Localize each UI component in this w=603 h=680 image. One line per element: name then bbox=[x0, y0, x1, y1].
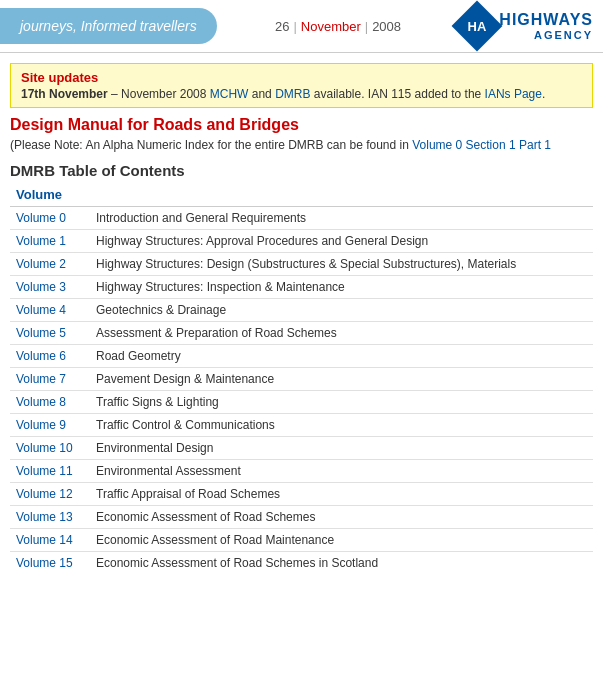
table-row: Volume 15Economic Assessment of Road Sch… bbox=[10, 552, 593, 575]
subtitle-text: (Please Note: An Alpha Numeric Index for… bbox=[10, 138, 412, 152]
table-header-row: Volume bbox=[10, 183, 593, 207]
page-subtitle: (Please Note: An Alpha Numeric Index for… bbox=[10, 138, 593, 152]
volume-cell[interactable]: Volume 1 bbox=[10, 230, 90, 253]
volume-cell[interactable]: Volume 15 bbox=[10, 552, 90, 575]
volume-cell[interactable]: Volume 14 bbox=[10, 529, 90, 552]
tagline-text: journeys, Informed travellers bbox=[20, 18, 197, 34]
header: journeys, Informed travellers 26|Novembe… bbox=[0, 0, 603, 53]
logo-title: HIGHWAYS bbox=[499, 11, 593, 29]
volume-cell[interactable]: Volume 9 bbox=[10, 414, 90, 437]
column-header-volume: Volume bbox=[10, 183, 90, 207]
table-row: Volume 12Traffic Appraisal of Road Schem… bbox=[10, 483, 593, 506]
volume-cell[interactable]: Volume 3 bbox=[10, 276, 90, 299]
volume-cell[interactable]: Volume 2 bbox=[10, 253, 90, 276]
table-row: Volume 5Assessment & Preparation of Road… bbox=[10, 322, 593, 345]
description-cell: Traffic Control & Communications bbox=[90, 414, 593, 437]
update-text2: and bbox=[248, 87, 275, 101]
site-updates-banner: Site updates 17th November – November 20… bbox=[10, 63, 593, 108]
update-text1: – November 2008 bbox=[108, 87, 210, 101]
date-day: 26 bbox=[275, 19, 289, 34]
volume-cell[interactable]: Volume 11 bbox=[10, 460, 90, 483]
description-cell: Road Geometry bbox=[90, 345, 593, 368]
description-cell: Traffic Signs & Lighting bbox=[90, 391, 593, 414]
table-row: Volume 7Pavement Design & Maintenance bbox=[10, 368, 593, 391]
volume-cell[interactable]: Volume 4 bbox=[10, 299, 90, 322]
table-row: Volume 10Environmental Design bbox=[10, 437, 593, 460]
table-row: Volume 1Highway Structures: Approval Pro… bbox=[10, 230, 593, 253]
logo-text: HIGHWAYS AGENCY bbox=[499, 11, 593, 41]
description-cell: Environmental Assessment bbox=[90, 460, 593, 483]
description-cell: Introduction and General Requirements bbox=[90, 207, 593, 230]
description-cell: Pavement Design & Maintenance bbox=[90, 368, 593, 391]
table-row: Volume 9Traffic Control & Communications bbox=[10, 414, 593, 437]
logo-wrapper: HA HIGHWAYS AGENCY bbox=[459, 8, 593, 44]
description-cell: Assessment & Preparation of Road Schemes bbox=[90, 322, 593, 345]
description-cell: Economic Assessment of Road Schemes in S… bbox=[90, 552, 593, 575]
subtitle-link[interactable]: Volume 0 Section 1 Part 1 bbox=[412, 138, 551, 152]
update-text4: . bbox=[542, 87, 545, 101]
date-year: 2008 bbox=[372, 19, 401, 34]
volume-cell[interactable]: Volume 10 bbox=[10, 437, 90, 460]
column-header-desc bbox=[90, 183, 593, 207]
dmrb-toc-title: DMRB Table of Contents bbox=[10, 162, 593, 179]
ians-link[interactable]: IANs Page bbox=[485, 87, 542, 101]
description-cell: Geotechnics & Drainage bbox=[90, 299, 593, 322]
logo-sub: AGENCY bbox=[499, 29, 593, 41]
mchw-link[interactable]: MCHW bbox=[210, 87, 249, 101]
main-content: Design Manual for Roads and Bridges (Ple… bbox=[0, 116, 603, 574]
description-cell: Highway Structures: Design (Substructure… bbox=[90, 253, 593, 276]
site-updates-text: 17th November – November 2008 MCHW and D… bbox=[21, 87, 582, 101]
update-text3: available. IAN 115 added to the bbox=[310, 87, 484, 101]
volume-cell[interactable]: Volume 13 bbox=[10, 506, 90, 529]
description-cell: Economic Assessment of Road Schemes bbox=[90, 506, 593, 529]
volume-cell[interactable]: Volume 12 bbox=[10, 483, 90, 506]
description-cell: Highway Structures: Approval Procedures … bbox=[90, 230, 593, 253]
table-row: Volume 11Environmental Assessment bbox=[10, 460, 593, 483]
description-cell: Traffic Appraisal of Road Schemes bbox=[90, 483, 593, 506]
logo-diamond-icon: HA bbox=[452, 1, 503, 52]
header-date: 26|November|2008 bbox=[275, 19, 401, 34]
volume-cell[interactable]: Volume 5 bbox=[10, 322, 90, 345]
site-updates-title: Site updates bbox=[21, 70, 582, 85]
page-title: Design Manual for Roads and Bridges bbox=[10, 116, 593, 134]
dmrb-link[interactable]: DMRB bbox=[275, 87, 310, 101]
description-cell: Economic Assessment of Road Maintenance bbox=[90, 529, 593, 552]
table-row: Volume 2Highway Structures: Design (Subs… bbox=[10, 253, 593, 276]
volume-cell[interactable]: Volume 7 bbox=[10, 368, 90, 391]
volume-cell[interactable]: Volume 8 bbox=[10, 391, 90, 414]
date-month: November bbox=[301, 19, 361, 34]
dmrb-table: Volume Volume 0Introduction and General … bbox=[10, 183, 593, 574]
update-date: 17th November bbox=[21, 87, 108, 101]
table-row: Volume 6Road Geometry bbox=[10, 345, 593, 368]
table-row: Volume 13Economic Assessment of Road Sch… bbox=[10, 506, 593, 529]
table-row: Volume 8Traffic Signs & Lighting bbox=[10, 391, 593, 414]
volume-cell[interactable]: Volume 6 bbox=[10, 345, 90, 368]
description-cell: Highway Structures: Inspection & Mainten… bbox=[90, 276, 593, 299]
table-row: Volume 14Economic Assessment of Road Mai… bbox=[10, 529, 593, 552]
volume-cell[interactable]: Volume 0 bbox=[10, 207, 90, 230]
table-row: Volume 4Geotechnics & Drainage bbox=[10, 299, 593, 322]
table-row: Volume 0Introduction and General Require… bbox=[10, 207, 593, 230]
description-cell: Environmental Design bbox=[90, 437, 593, 460]
header-tagline: journeys, Informed travellers bbox=[0, 8, 217, 44]
table-row: Volume 3Highway Structures: Inspection &… bbox=[10, 276, 593, 299]
